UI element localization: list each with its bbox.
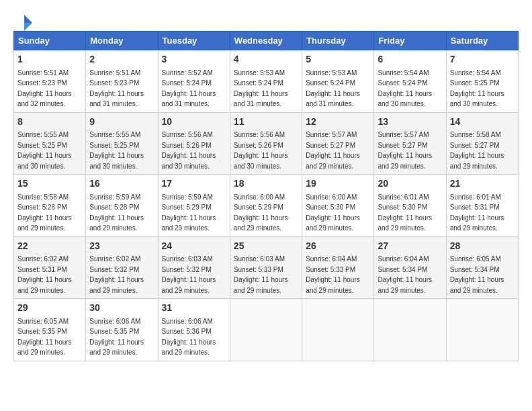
- calendar-day-1: 1Sunrise: 5:51 AMSunset: 5:23 PMDaylight…: [14, 50, 86, 113]
- empty-cell: [374, 299, 446, 361]
- day-number: 11: [234, 116, 298, 129]
- day-number: 22: [17, 240, 82, 253]
- day-number: 10: [162, 116, 226, 129]
- header-saturday: Saturday: [446, 32, 518, 50]
- day-number: 14: [450, 116, 515, 129]
- day-number: 19: [306, 177, 370, 191]
- calendar-day-5: 5Sunrise: 5:53 AMSunset: 5:24 PMDaylight…: [302, 50, 374, 113]
- calendar-day-25: 25Sunrise: 6:03 AMSunset: 5:33 PMDayligh…: [230, 236, 302, 299]
- day-info: Sunrise: 5:54 AMSunset: 5:24 PMDaylight:…: [378, 69, 432, 108]
- calendar-day-28: 28Sunrise: 6:05 AMSunset: 5:34 PMDayligh…: [446, 236, 518, 299]
- calendar-day-3: 3Sunrise: 5:52 AMSunset: 5:24 PMDaylight…: [158, 50, 230, 113]
- day-info: Sunrise: 5:59 AMSunset: 5:29 PMDaylight:…: [162, 193, 216, 232]
- calendar-day-14: 14Sunrise: 5:58 AMSunset: 5:27 PMDayligh…: [446, 112, 518, 175]
- header-tuesday: Tuesday: [158, 32, 230, 50]
- day-info: Sunrise: 6:00 AMSunset: 5:29 PMDaylight:…: [234, 193, 288, 232]
- calendar-day-19: 19Sunrise: 6:00 AMSunset: 5:30 PMDayligh…: [302, 175, 374, 237]
- day-info: Sunrise: 6:04 AMSunset: 5:34 PMDaylight:…: [378, 255, 432, 294]
- day-number: 26: [306, 240, 370, 253]
- day-info: Sunrise: 6:06 AMSunset: 5:35 PMDaylight:…: [89, 318, 144, 357]
- svg-marker-1: [24, 23, 32, 31]
- calendar-day-9: 9Sunrise: 5:55 AMSunset: 5:25 PMDaylight…: [86, 112, 158, 175]
- day-number: 24: [162, 240, 226, 253]
- day-info: Sunrise: 5:54 AMSunset: 5:25 PMDaylight:…: [450, 69, 504, 108]
- day-number: 25: [234, 240, 298, 253]
- svg-marker-0: [24, 15, 32, 23]
- day-info: Sunrise: 6:05 AMSunset: 5:34 PMDaylight:…: [450, 255, 504, 294]
- header-monday: Monday: [86, 32, 158, 50]
- calendar-week-5: 29Sunrise: 6:05 AMSunset: 5:35 PMDayligh…: [14, 299, 519, 361]
- day-number: 6: [378, 53, 442, 66]
- day-number: 30: [89, 302, 154, 315]
- day-number: 23: [89, 240, 154, 253]
- day-number: 7: [450, 53, 515, 66]
- day-info: Sunrise: 5:52 AMSunset: 5:24 PMDaylight:…: [162, 69, 216, 108]
- day-number: 1: [17, 53, 82, 66]
- day-info: Sunrise: 6:01 AMSunset: 5:31 PMDaylight:…: [450, 193, 504, 232]
- calendar-day-29: 29Sunrise: 6:05 AMSunset: 5:35 PMDayligh…: [14, 299, 86, 361]
- calendar-day-8: 8Sunrise: 5:55 AMSunset: 5:25 PMDaylight…: [14, 112, 86, 175]
- logo-flag-icon: [15, 13, 34, 32]
- day-info: Sunrise: 6:04 AMSunset: 5:33 PMDaylight:…: [306, 255, 360, 294]
- day-number: 8: [17, 116, 82, 129]
- logo: [13, 13, 34, 28]
- day-number: 4: [234, 53, 298, 66]
- day-number: 9: [89, 116, 154, 129]
- day-info: Sunrise: 5:58 AMSunset: 5:27 PMDaylight:…: [450, 131, 504, 170]
- day-info: Sunrise: 5:57 AMSunset: 5:27 PMDaylight:…: [378, 131, 432, 170]
- empty-cell: [230, 299, 302, 361]
- calendar-day-17: 17Sunrise: 5:59 AMSunset: 5:29 PMDayligh…: [158, 175, 230, 237]
- calendar-day-12: 12Sunrise: 5:57 AMSunset: 5:27 PMDayligh…: [302, 112, 374, 175]
- calendar-day-2: 2Sunrise: 5:51 AMSunset: 5:23 PMDaylight…: [86, 50, 158, 113]
- day-info: Sunrise: 5:53 AMSunset: 5:24 PMDaylight:…: [306, 69, 360, 108]
- day-number: 13: [378, 116, 442, 129]
- day-info: Sunrise: 5:51 AMSunset: 5:23 PMDaylight:…: [17, 69, 72, 108]
- day-info: Sunrise: 5:51 AMSunset: 5:23 PMDaylight:…: [89, 69, 144, 108]
- day-info: Sunrise: 6:03 AMSunset: 5:33 PMDaylight:…: [234, 255, 288, 294]
- day-info: Sunrise: 5:56 AMSunset: 5:26 PMDaylight:…: [162, 131, 216, 170]
- calendar-day-18: 18Sunrise: 6:00 AMSunset: 5:29 PMDayligh…: [230, 175, 302, 237]
- day-number: 29: [17, 302, 82, 315]
- day-number: 16: [89, 177, 154, 191]
- calendar-day-30: 30Sunrise: 6:06 AMSunset: 5:35 PMDayligh…: [86, 299, 158, 361]
- day-number: 5: [306, 53, 370, 66]
- day-number: 3: [162, 53, 226, 66]
- calendar-day-15: 15Sunrise: 5:58 AMSunset: 5:28 PMDayligh…: [14, 175, 86, 237]
- empty-cell: [446, 299, 518, 361]
- calendar-day-4: 4Sunrise: 5:53 AMSunset: 5:24 PMDaylight…: [230, 50, 302, 113]
- calendar-day-21: 21Sunrise: 6:01 AMSunset: 5:31 PMDayligh…: [446, 175, 518, 237]
- day-info: Sunrise: 6:00 AMSunset: 5:30 PMDaylight:…: [306, 193, 360, 232]
- day-info: Sunrise: 6:06 AMSunset: 5:36 PMDaylight:…: [162, 318, 216, 357]
- day-info: Sunrise: 5:53 AMSunset: 5:24 PMDaylight:…: [234, 69, 288, 108]
- day-number: 21: [450, 177, 515, 191]
- day-number: 28: [450, 240, 515, 253]
- calendar-day-10: 10Sunrise: 5:56 AMSunset: 5:26 PMDayligh…: [158, 112, 230, 175]
- calendar-day-31: 31Sunrise: 6:06 AMSunset: 5:36 PMDayligh…: [158, 299, 230, 361]
- day-number: 15: [17, 177, 82, 191]
- calendar-day-24: 24Sunrise: 6:03 AMSunset: 5:32 PMDayligh…: [158, 236, 230, 299]
- day-number: 18: [234, 177, 298, 191]
- header-sunday: Sunday: [14, 32, 86, 50]
- calendar-table: SundayMondayTuesdayWednesdayThursdayFrid…: [13, 31, 519, 361]
- calendar-week-4: 22Sunrise: 6:02 AMSunset: 5:31 PMDayligh…: [14, 236, 519, 299]
- day-number: 31: [162, 302, 226, 315]
- calendar-day-27: 27Sunrise: 6:04 AMSunset: 5:34 PMDayligh…: [374, 236, 446, 299]
- calendar-week-1: 1Sunrise: 5:51 AMSunset: 5:23 PMDaylight…: [14, 50, 519, 113]
- calendar-week-3: 15Sunrise: 5:58 AMSunset: 5:28 PMDayligh…: [14, 175, 519, 237]
- day-info: Sunrise: 6:05 AMSunset: 5:35 PMDaylight:…: [17, 318, 72, 357]
- day-number: 27: [378, 240, 442, 253]
- calendar-day-23: 23Sunrise: 6:02 AMSunset: 5:32 PMDayligh…: [86, 236, 158, 299]
- header-wednesday: Wednesday: [230, 32, 302, 50]
- day-number: 2: [89, 53, 154, 66]
- day-info: Sunrise: 6:01 AMSunset: 5:30 PMDaylight:…: [378, 193, 432, 232]
- day-info: Sunrise: 6:03 AMSunset: 5:32 PMDaylight:…: [162, 255, 216, 294]
- day-number: 20: [378, 177, 442, 191]
- calendar-day-22: 22Sunrise: 6:02 AMSunset: 5:31 PMDayligh…: [14, 236, 86, 299]
- calendar-header-row: SundayMondayTuesdayWednesdayThursdayFrid…: [14, 32, 519, 50]
- header-friday: Friday: [374, 32, 446, 50]
- calendar-day-7: 7Sunrise: 5:54 AMSunset: 5:25 PMDaylight…: [446, 50, 518, 113]
- header-thursday: Thursday: [302, 32, 374, 50]
- day-info: Sunrise: 5:55 AMSunset: 5:25 PMDaylight:…: [17, 131, 72, 170]
- day-info: Sunrise: 5:57 AMSunset: 5:27 PMDaylight:…: [306, 131, 360, 170]
- calendar-day-11: 11Sunrise: 5:56 AMSunset: 5:26 PMDayligh…: [230, 112, 302, 175]
